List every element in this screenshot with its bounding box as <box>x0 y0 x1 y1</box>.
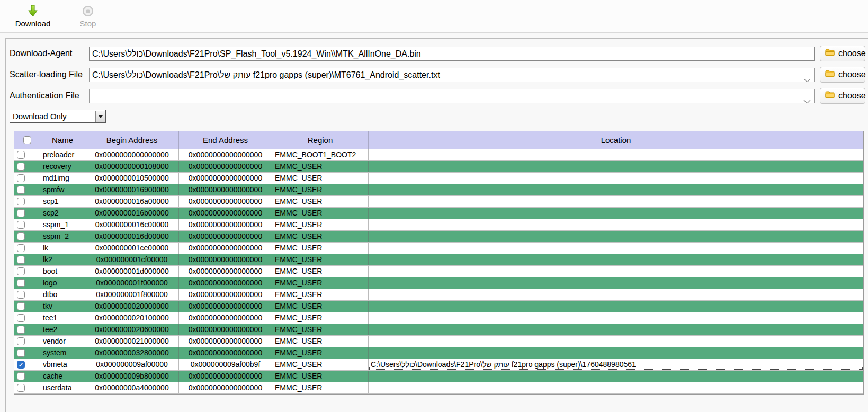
row-checkbox[interactable] <box>17 244 25 252</box>
cell-region[interactable]: EMMC_USER <box>272 371 369 382</box>
column-header-begin-address[interactable]: Begin Address <box>85 131 179 149</box>
chevron-down-icon[interactable] <box>803 94 811 103</box>
cell-begin-address[interactable]: 0x0000000016900000 <box>85 184 179 195</box>
cell-name[interactable]: md1img <box>40 173 85 184</box>
cell-region[interactable]: EMMC_USER <box>272 161 369 172</box>
cell-location[interactable] <box>369 371 863 382</box>
cell-location[interactable] <box>369 173 863 184</box>
cell-name[interactable]: logo <box>40 277 85 289</box>
cell-location[interactable] <box>369 301 863 312</box>
cell-begin-address[interactable]: 0x0000000016d00000 <box>85 231 179 242</box>
chevron-down-icon[interactable] <box>803 73 811 82</box>
cell-name[interactable]: tee1 <box>40 312 85 324</box>
column-header-name[interactable]: Name <box>40 131 85 149</box>
cell-name[interactable]: userdata <box>40 382 85 393</box>
cell-name[interactable]: boot <box>40 266 85 277</box>
scatter-file-combobox[interactable]: C:\Users\כולל\Downloads\F21Pro\עותק של f… <box>89 68 815 82</box>
cell-name[interactable]: lk2 <box>40 254 85 265</box>
dropdown-arrow-button[interactable] <box>95 111 105 122</box>
row-checkbox[interactable] <box>17 267 25 275</box>
cell-end-address[interactable]: 0x0000000000000000 <box>179 277 272 289</box>
column-header-end-address[interactable]: End Address <box>179 131 272 149</box>
cell-region[interactable]: EMMC_BOOT1_BOOT2 <box>272 149 369 160</box>
table-row[interactable]: md1img0x00000000105000000x00000000000000… <box>14 173 863 184</box>
cell-begin-address[interactable]: 0x00000000a4000000 <box>85 382 179 393</box>
row-checkbox[interactable] <box>17 198 25 205</box>
cell-location[interactable] <box>369 219 863 230</box>
cell-end-address[interactable]: 0x0000000000000000 <box>179 336 272 347</box>
cell-begin-address[interactable]: 0x0000000016c00000 <box>85 219 179 230</box>
table-row[interactable]: userdata0x00000000a40000000x000000000000… <box>14 382 863 394</box>
download-mode-select[interactable]: Download Only <box>10 110 106 123</box>
cell-region[interactable]: EMMC_USER <box>272 347 369 359</box>
cell-region[interactable]: EMMC_USER <box>272 219 369 230</box>
cell-region[interactable]: EMMC_USER <box>272 196 369 207</box>
cell-name[interactable]: sspm_2 <box>40 231 85 242</box>
table-row[interactable]: lk0x000000001ce000000x0000000000000000EM… <box>14 243 863 254</box>
row-checkbox[interactable] <box>17 372 25 380</box>
cell-end-address[interactable]: 0x0000000000000000 <box>179 266 272 277</box>
cell-end-address[interactable]: 0x0000000000000000 <box>179 161 272 172</box>
row-checkbox[interactable] <box>17 349 25 357</box>
table-row[interactable]: system0x00000000328000000x00000000000000… <box>14 347 863 359</box>
table-row[interactable]: tkv0x00000000200000000x0000000000000000E… <box>14 301 863 312</box>
table-row[interactable]: sspm_10x0000000016c000000x00000000000000… <box>14 219 863 231</box>
cell-name[interactable]: scp2 <box>40 208 85 219</box>
cell-begin-address[interactable]: 0x0000000000000000 <box>85 149 179 160</box>
table-row[interactable]: preloader0x00000000000000000x00000000000… <box>14 149 863 161</box>
cell-end-address[interactable]: 0x0000000000000000 <box>179 173 272 184</box>
column-header-region[interactable]: Region <box>272 131 369 149</box>
cell-location[interactable] <box>369 161 863 172</box>
cell-begin-address[interactable]: 0x0000000010500000 <box>85 173 179 184</box>
row-checkbox[interactable] <box>17 291 25 299</box>
table-row[interactable]: spmfw0x00000000169000000x000000000000000… <box>14 184 863 196</box>
cell-end-address[interactable]: 0x000000009af00b9f <box>179 359 272 370</box>
table-row[interactable]: dtbo0x000000001f8000000x0000000000000000… <box>14 289 863 301</box>
cell-region[interactable]: EMMC_USER <box>272 312 369 324</box>
cell-region[interactable]: EMMC_USER <box>272 231 369 242</box>
cell-begin-address[interactable]: 0x0000000032800000 <box>85 347 179 359</box>
cell-region[interactable]: EMMC_USER <box>272 184 369 195</box>
cell-location[interactable] <box>369 231 863 242</box>
cell-name[interactable]: scp1 <box>40 196 85 207</box>
cell-region[interactable]: EMMC_USER <box>272 173 369 184</box>
cell-end-address[interactable]: 0x0000000000000000 <box>179 382 272 393</box>
table-row[interactable]: vendor0x00000000210000000x00000000000000… <box>14 336 863 347</box>
cell-name[interactable]: spmfw <box>40 184 85 195</box>
cell-begin-address[interactable]: 0x000000001ce00000 <box>85 243 179 254</box>
table-row[interactable]: tee10x00000000201000000x0000000000000000… <box>14 312 863 324</box>
table-row[interactable]: lk20x000000001cf000000x0000000000000000E… <box>14 254 863 266</box>
download-agent-input[interactable]: C:\Users\כולל\Downloads\F21Pro\SP_Flash_… <box>89 47 815 61</box>
cell-end-address[interactable]: 0x0000000000000000 <box>179 219 272 230</box>
row-checkbox[interactable] <box>17 256 25 264</box>
cell-end-address[interactable]: 0x0000000000000000 <box>179 301 272 312</box>
cell-region[interactable]: EMMC_USER <box>272 289 369 300</box>
row-checkbox[interactable] <box>17 337 25 345</box>
cell-begin-address[interactable]: 0x000000001d000000 <box>85 266 179 277</box>
cell-location[interactable] <box>369 243 863 254</box>
table-row[interactable]: sspm_20x0000000016d000000x00000000000000… <box>14 231 863 243</box>
row-checkbox[interactable] <box>17 302 25 310</box>
row-checkbox[interactable] <box>17 209 25 217</box>
cell-name[interactable]: vendor <box>40 336 85 347</box>
cell-end-address[interactable]: 0x0000000000000000 <box>179 324 272 335</box>
cell-end-address[interactable]: 0x0000000000000000 <box>179 208 272 219</box>
cell-region[interactable]: EMMC_USER <box>272 324 369 335</box>
cell-location[interactable] <box>369 277 863 289</box>
column-header-location[interactable]: Location <box>369 131 863 149</box>
cell-region[interactable]: EMMC_USER <box>272 382 369 393</box>
cell-end-address[interactable]: 0x0000000000000000 <box>179 254 272 265</box>
cell-location[interactable] <box>369 312 863 324</box>
cell-region[interactable]: EMMC_USER <box>272 336 369 347</box>
table-row[interactable]: boot0x000000001d0000000x0000000000000000… <box>14 266 863 277</box>
cell-name[interactable]: dtbo <box>40 289 85 300</box>
cell-begin-address[interactable]: 0x000000001cf00000 <box>85 254 179 265</box>
cell-location[interactable] <box>369 149 863 160</box>
cell-begin-address[interactable]: 0x0000000020600000 <box>85 324 179 335</box>
cell-name[interactable]: vbmeta <box>40 359 85 370</box>
cell-region[interactable]: EMMC_USER <box>272 277 369 289</box>
row-checkbox[interactable] <box>17 221 25 229</box>
cell-region[interactable]: EMMC_USER <box>272 243 369 254</box>
row-checkbox[interactable] <box>17 279 25 287</box>
row-checkbox[interactable]: ✓ <box>17 361 25 369</box>
